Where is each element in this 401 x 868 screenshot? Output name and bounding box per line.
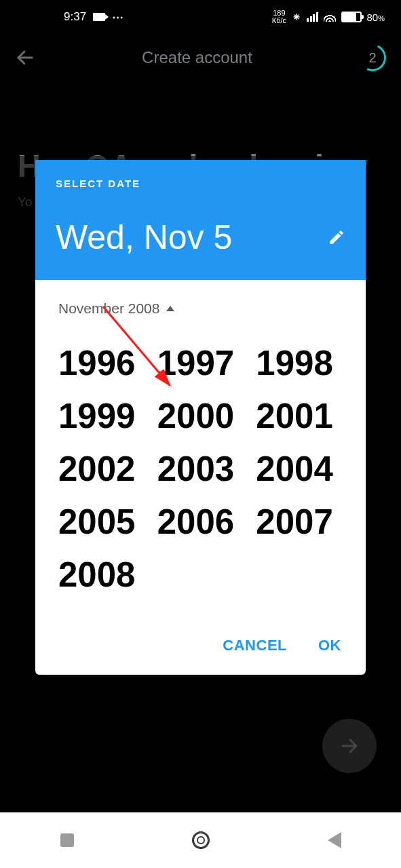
system-nav-bar — [0, 812, 401, 868]
nav-recents-button[interactable] — [54, 827, 81, 854]
wifi-icon — [324, 12, 336, 22]
year-option[interactable]: 2007 — [253, 507, 345, 558]
network-rate: 189 Кб/с — [272, 9, 286, 24]
battery-percent: 80% — [367, 12, 385, 23]
battery-icon — [341, 12, 362, 22]
camera-icon — [93, 13, 105, 21]
dialog-eyebrow: SELECT DATE — [56, 178, 345, 189]
year-option[interactable]: 2000 — [155, 401, 247, 452]
arrow-right-icon — [339, 736, 360, 756]
nav-back-button[interactable] — [321, 827, 348, 854]
year-option[interactable]: 1996 — [56, 348, 148, 399]
year-option[interactable]: 2003 — [155, 454, 247, 505]
bluetooth-icon: ⁕ — [292, 10, 301, 24]
more-dots-icon: ⋯ — [112, 10, 126, 24]
back-arrow-icon[interactable] — [15, 47, 35, 68]
chevron-up-icon — [166, 306, 174, 311]
year-option[interactable]: 1997 — [155, 348, 247, 399]
year-option[interactable]: 2008 — [56, 559, 148, 611]
year-option[interactable]: 2004 — [253, 454, 345, 505]
status-bar: 9:37 ⋯ 189 Кб/с ⁕ 80% — [0, 0, 401, 34]
year-option[interactable]: 2001 — [253, 401, 345, 452]
date-picker-dialog: SELECT DATE Wed, Nov 5 November 2008 199… — [35, 160, 366, 675]
status-time: 9:37 — [64, 10, 86, 24]
ok-button[interactable]: OK — [318, 637, 341, 654]
cancel-button[interactable]: CANCEL — [223, 637, 287, 654]
year-option[interactable]: 1999 — [56, 401, 148, 452]
page-title: Create account — [35, 48, 359, 67]
edit-icon[interactable] — [328, 229, 345, 246]
month-year-toggle[interactable]: November 2008 — [35, 280, 366, 317]
step-indicator: 2 — [359, 44, 386, 71]
month-year-label: November 2008 — [58, 300, 159, 317]
page-header: Create account 2 — [0, 34, 401, 81]
year-grid: 1996 1997 1998 1999 2000 2001 2002 2003 … — [35, 317, 366, 618]
selected-date: Wed, Nov 5 — [56, 218, 232, 257]
cell-signal-icon — [307, 12, 318, 22]
year-option[interactable]: 2002 — [56, 454, 148, 505]
year-option[interactable]: 2005 — [56, 507, 148, 558]
nav-home-button[interactable] — [187, 827, 214, 854]
year-option[interactable]: 1998 — [253, 348, 345, 399]
year-option[interactable]: 2006 — [155, 507, 247, 558]
next-fab[interactable] — [322, 719, 377, 773]
